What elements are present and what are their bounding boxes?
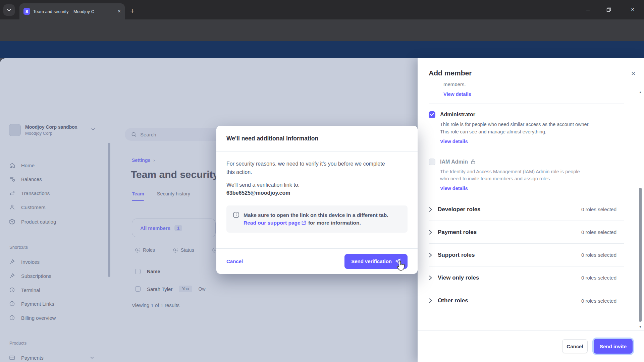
send-verification-label: Send verification: [351, 258, 392, 264]
group-status: 0 roles selected: [581, 252, 624, 258]
sandbox-banner: Sandbox You’re testing in a sandbox—your…: [0, 41, 644, 58]
panel-cancel-button[interactable]: Cancel: [562, 339, 588, 353]
group-other-roles[interactable]: Other roles 0 roles selected: [429, 289, 624, 312]
group-status: 0 roles selected: [581, 206, 624, 212]
note-post: for more information.: [307, 220, 361, 226]
group-label: View only roles: [438, 275, 479, 281]
panel-footer: Cancel Send invite: [418, 330, 644, 362]
chevron-right-icon: [429, 253, 432, 257]
scroll-down-icon[interactable]: ▼: [638, 325, 643, 328]
role-iam-admin: IAM Admin The Identity and Access Manage…: [429, 159, 624, 191]
send-link-text: We'll send a verification link to:: [226, 182, 300, 188]
administrator-label[interactable]: Administrator: [440, 112, 475, 118]
window-minimize-button[interactable]: –: [581, 6, 595, 13]
modal-cancel-button[interactable]: Cancel: [226, 258, 243, 264]
info-icon: [233, 212, 239, 218]
tab-search-button[interactable]: [3, 4, 15, 16]
group-label: Other roles: [438, 297, 468, 304]
iam-admin-description: The Identity and Access Management (IAM)…: [429, 168, 590, 183]
group-status: 0 roles selected: [581, 229, 624, 235]
group-support-roles[interactable]: Support roles 0 roles selected: [429, 244, 624, 266]
group-view-only-roles[interactable]: View only roles 0 roles selected: [429, 266, 624, 289]
stripe-favicon: S: [23, 8, 30, 15]
mouse-cursor: [395, 260, 405, 272]
group-label: Developer roles: [438, 206, 481, 213]
browser-tabstrip: S Team and security – Moodjoy C × + – ×: [0, 0, 644, 19]
group-status: 0 roles selected: [581, 275, 624, 281]
clipped-description: members.: [429, 83, 624, 88]
chevron-right-icon: [429, 298, 432, 303]
group-status: 0 roles selected: [581, 298, 624, 304]
chevron-right-icon: [429, 276, 432, 280]
role-administrator: Administrator This role is for people wh…: [429, 111, 624, 144]
iam-admin-label: IAM Admin: [440, 159, 475, 165]
iam-admin-text: IAM Admin: [440, 159, 468, 165]
modal-header: We'll need additional information: [216, 126, 418, 152]
modal-body: For security reasons, we need to verify …: [216, 152, 418, 233]
panel-close-icon[interactable]: ×: [631, 69, 635, 77]
check-icon: [430, 113, 434, 116]
info-note: Make sure to open the link on this devic…: [226, 205, 408, 233]
panel-title: Add member: [429, 69, 472, 77]
group-developer-roles[interactable]: Developer roles 0 roles selected: [429, 198, 624, 221]
support-page-link[interactable]: Read our support page: [244, 220, 301, 226]
tab-close-icon[interactable]: ×: [118, 8, 121, 14]
lock-icon: [471, 159, 475, 164]
info-note-text: Make sure to open the link on this devic…: [244, 211, 397, 227]
clipped-text: members.: [429, 83, 624, 87]
modal-paragraph: For security reasons, we need to verify …: [226, 160, 389, 177]
administrator-description: This role is for people who need similar…: [429, 121, 598, 136]
send-invite-button[interactable]: Send invite: [594, 339, 633, 354]
browser-tab[interactable]: S Team and security – Moodjoy C ×: [19, 3, 125, 19]
chevron-down-icon: [7, 9, 11, 11]
tab-title: Team and security – Moodjoy C: [33, 9, 107, 14]
group-payment-roles[interactable]: Payment roles 0 roles selected: [429, 221, 624, 244]
window-close-button[interactable]: ×: [626, 6, 639, 13]
external-link-icon: [302, 221, 306, 225]
chevron-right-icon: [429, 230, 432, 235]
modal-footer: Cancel Send verification: [216, 248, 418, 274]
group-label: Payment roles: [438, 229, 477, 236]
add-member-panel: Add member × members. View details Admin…: [418, 58, 644, 362]
view-details-link[interactable]: View details: [429, 186, 624, 191]
panel-scroll-area: members. View details Administrator This…: [418, 83, 635, 330]
browser-toolbar: ← → ↻ dashboard.stripe.com/test/settings…: [0, 19, 644, 41]
modal-send-to: We'll send a verification link to:63be65…: [226, 181, 389, 198]
scrollbar-thumb[interactable]: [639, 188, 642, 322]
group-label: Support roles: [438, 252, 475, 258]
iam-admin-checkbox: [429, 159, 435, 165]
panel-scrollbar[interactable]: ▲ ▼: [638, 90, 643, 330]
administrator-checkbox[interactable]: [429, 111, 435, 118]
view-details-link[interactable]: View details: [429, 139, 624, 144]
note-pre: Make sure to open the link on this devic…: [244, 212, 388, 218]
scroll-up-icon[interactable]: ▲: [638, 90, 643, 94]
window-restore-button[interactable]: [606, 7, 611, 12]
view-details-link[interactable]: View details: [429, 92, 624, 97]
screen: S Team and security – Moodjoy C × + – × …: [0, 0, 644, 362]
verification-modal: We'll need additional information For se…: [216, 126, 418, 274]
new-tab-button[interactable]: +: [130, 7, 135, 15]
chevron-right-icon: [429, 207, 432, 212]
modal-title: We'll need additional information: [226, 135, 318, 142]
verification-email: 63be6525@moodjoy.com: [226, 190, 290, 196]
